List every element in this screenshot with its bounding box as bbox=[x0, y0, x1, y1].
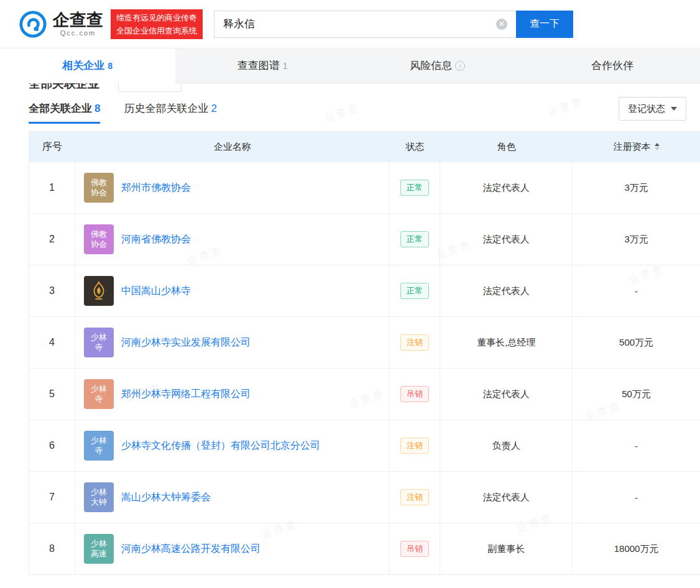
table-body: 1佛教协会郑州市佛教协会正常法定代表人3万元2佛教协会河南省佛教协会正常法定代表… bbox=[29, 162, 700, 574]
tab-count: 8 bbox=[108, 61, 113, 71]
company-icon-text: 少林 bbox=[91, 539, 107, 549]
table-row: 7少林大钟嵩山少林大钟筹委会注销法定代表人- bbox=[29, 471, 700, 523]
status-badge: 吊销 bbox=[400, 386, 429, 402]
status-badge: 正常 bbox=[400, 231, 429, 247]
company-name-link[interactable]: 中国嵩山少林寺 bbox=[121, 284, 191, 298]
company-icon-text: 高速 bbox=[91, 549, 107, 559]
company-name-link[interactable]: 河南少林高速公路开发有限公司 bbox=[121, 542, 260, 556]
header-role: 角色 bbox=[440, 141, 573, 153]
info-icon: i bbox=[455, 61, 465, 71]
company-icon-text: 少林 bbox=[91, 436, 107, 446]
search-bar: ✕ 查一下 bbox=[214, 11, 573, 38]
clipped-section-title: 全部关联企业 bbox=[29, 83, 99, 93]
tab-count: 1 bbox=[283, 61, 288, 71]
table-row: 5少林寺郑州少林寺网络工程有限公司吊销法定代表人50万元 bbox=[29, 368, 700, 420]
company-cell: 少林寺郑州少林寺网络工程有限公司 bbox=[75, 369, 390, 420]
main-tabs: 相关企业 8 查查图谱 1 风险信息 i 合作伙伴 bbox=[0, 48, 700, 83]
company-icon: 少林寺 bbox=[84, 379, 114, 409]
chevron-down-icon bbox=[671, 107, 677, 111]
row-index: 3 bbox=[29, 265, 75, 316]
logo-text: 企查查 Qcc.com bbox=[53, 11, 103, 37]
capital-cell: 500万元 bbox=[573, 317, 700, 368]
capital-cell: 3万元 bbox=[573, 162, 700, 213]
logo-subtitle: Qcc.com bbox=[60, 29, 96, 37]
row-index: 2 bbox=[29, 214, 75, 265]
subtab-all-related[interactable]: 全部关联企业8 bbox=[29, 101, 100, 124]
search-button[interactable]: 查一下 bbox=[516, 11, 573, 38]
registration-status-filter[interactable]: 登记状态 bbox=[619, 97, 686, 121]
status-badge: 注销 bbox=[400, 489, 429, 505]
table-row: 2佛教协会河南省佛教协会正常法定代表人3万元 bbox=[29, 213, 700, 265]
sort-icon[interactable] bbox=[655, 143, 660, 150]
company-icon-text: 寺 bbox=[94, 446, 103, 456]
tab-risk-info[interactable]: 风险信息 i bbox=[350, 48, 525, 83]
search-box: ✕ bbox=[214, 11, 516, 38]
company-icon-text: 少林 bbox=[91, 333, 107, 342]
tab-related-companies[interactable]: 相关企业 8 bbox=[0, 48, 175, 83]
status-cell: 吊销 bbox=[389, 523, 440, 574]
status-badge: 注销 bbox=[400, 334, 429, 351]
header-capital-label: 注册资本 bbox=[614, 141, 651, 153]
status-cell: 注销 bbox=[389, 472, 440, 523]
table-row: 6少林寺少林寺文化传播（登封）有限公司北京分公司注销负责人- bbox=[29, 420, 700, 471]
capital-cell: - bbox=[573, 472, 700, 523]
table-row: 3中国嵩山少林寺正常法定代表人- bbox=[29, 265, 700, 316]
clipped-chip bbox=[118, 83, 182, 92]
status-cell: 吊销 bbox=[389, 369, 440, 420]
company-icon: 少林大钟 bbox=[84, 482, 114, 512]
header-status: 状态 bbox=[389, 141, 440, 153]
company-name-link[interactable]: 郑州少林寺网络工程有限公司 bbox=[121, 387, 251, 401]
status-badge: 正常 bbox=[400, 180, 429, 196]
company-cell: 少林寺河南少林寺实业发展有限公司 bbox=[75, 317, 390, 368]
status-cell: 正常 bbox=[389, 265, 440, 316]
subtab-history-related[interactable]: 历史全部关联企业2 bbox=[124, 101, 216, 124]
role-cell: 法定代表人 bbox=[440, 369, 573, 420]
status-badge: 吊销 bbox=[400, 541, 429, 557]
company-cell: 佛教协会郑州市佛教协会 bbox=[75, 162, 390, 213]
row-index: 7 bbox=[29, 472, 75, 523]
header-company-name: 企业名称 bbox=[75, 141, 390, 153]
table-row: 8少林高速河南少林高速公路开发有限公司吊销副董事长18000万元 bbox=[29, 523, 700, 574]
clipped-section-strip: 全部关联企业 bbox=[0, 83, 700, 93]
filter-label: 登记状态 bbox=[628, 103, 665, 115]
tab-graph[interactable]: 查查图谱 1 bbox=[175, 48, 351, 83]
company-icon: 少林寺 bbox=[84, 328, 114, 357]
company-name-link[interactable]: 嵩山少林大钟筹委会 bbox=[121, 490, 211, 504]
company-name-link[interactable]: 河南少林寺实业发展有限公司 bbox=[121, 336, 251, 349]
company-name-link[interactable]: 郑州市佛教协会 bbox=[121, 181, 191, 195]
status-cell: 注销 bbox=[389, 317, 440, 368]
company-name-link[interactable]: 少林寺文化传播（登封）有限公司北京分公司 bbox=[121, 439, 320, 452]
header-index: 序号 bbox=[29, 140, 75, 154]
status-cell: 正常 bbox=[389, 214, 440, 265]
company-cell: 少林高速河南少林高速公路开发有限公司 bbox=[75, 523, 390, 574]
qcc-logo[interactable]: 企查查 Qcc.com bbox=[19, 10, 103, 39]
company-name-link[interactable]: 河南省佛教协会 bbox=[121, 232, 191, 246]
tab-label: 合作伙伴 bbox=[591, 58, 633, 73]
search-input[interactable] bbox=[214, 11, 516, 38]
company-icon-text: 佛教 bbox=[91, 178, 107, 188]
role-cell: 法定代表人 bbox=[440, 162, 573, 213]
status-cell: 注销 bbox=[389, 420, 440, 471]
slogan-line-1: 缔造有远见的商业传奇 bbox=[116, 11, 197, 24]
row-index: 8 bbox=[29, 523, 75, 574]
row-index: 6 bbox=[29, 420, 75, 471]
company-icon-text: 协会 bbox=[91, 188, 107, 198]
company-icon-text: 大钟 bbox=[91, 497, 107, 507]
subtab-label: 全部关联企业 bbox=[29, 103, 92, 114]
capital-cell: 3万元 bbox=[573, 214, 700, 265]
tab-partners[interactable]: 合作伙伴 bbox=[525, 48, 700, 83]
company-icon-text: 寺 bbox=[94, 342, 103, 352]
company-icon-text: 寺 bbox=[94, 394, 103, 404]
company-icon: 佛教协会 bbox=[84, 224, 114, 254]
subtab-row: 全部关联企业8 历史全部关联企业2 登记状态 bbox=[0, 93, 700, 124]
clear-search-icon[interactable]: ✕ bbox=[496, 19, 507, 30]
site-header: 企查查 Qcc.com 缔造有远见的商业传奇 全国企业信用查询系统 ✕ 查一下 bbox=[0, 0, 700, 48]
qcc-logo-icon bbox=[19, 10, 47, 39]
status-badge: 注销 bbox=[400, 438, 429, 454]
header-registered-capital[interactable]: 注册资本 bbox=[573, 141, 700, 153]
company-cell: 佛教协会河南省佛教协会 bbox=[75, 214, 390, 265]
company-cell: 少林寺少林寺文化传播（登封）有限公司北京分公司 bbox=[75, 420, 390, 471]
role-cell: 法定代表人 bbox=[440, 472, 573, 523]
slogan-line-2: 全国企业信用查询系统 bbox=[116, 24, 197, 37]
company-icon-text: 少林 bbox=[91, 487, 107, 497]
